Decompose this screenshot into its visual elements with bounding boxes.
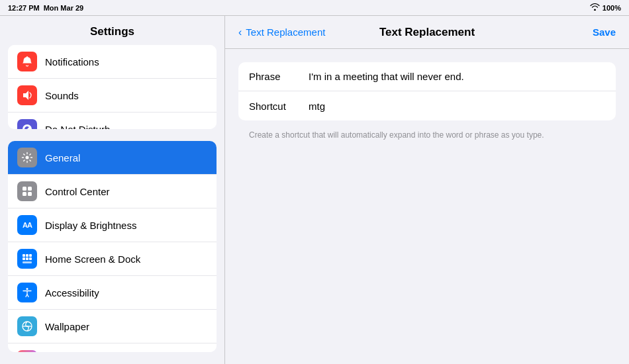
- sidebar-item-general[interactable]: General: [8, 141, 217, 175]
- phrase-label: Phrase: [249, 71, 309, 82]
- sidebar-item-controlcenter[interactable]: Control Center: [8, 175, 217, 208]
- svg-rect-14: [26, 257, 28, 260]
- dnd-icon: [17, 119, 37, 129]
- sounds-label: Sounds: [45, 90, 79, 101]
- svg-point-5: [26, 156, 29, 159]
- sidebar-title: Settings: [0, 16, 224, 45]
- shortcut-row: Shortcut mtg: [238, 91, 616, 120]
- sidebar-item-wallpaper[interactable]: Wallpaper: [8, 310, 217, 343]
- sounds-icon: [17, 85, 37, 105]
- svg-rect-12: [29, 254, 32, 257]
- accessibility-label: Accessibility: [45, 287, 99, 298]
- status-bar-left: 12:27 PM Mon Mar 29: [8, 4, 83, 12]
- status-bar: 12:27 PM Mon Mar 29 100%: [0, 0, 629, 16]
- controlcenter-icon: [17, 181, 37, 201]
- content-header: ‹ Text Replacement Text Replacement Save: [225, 16, 629, 49]
- header-row: ‹ Text Replacement Text Replacement Save: [238, 26, 616, 38]
- status-date: Mon Mar 29: [44, 4, 84, 12]
- svg-rect-13: [23, 257, 25, 260]
- sidebar-item-sounds[interactable]: Sounds: [8, 79, 217, 113]
- sidebar-item-notifications[interactable]: Notifications: [8, 45, 217, 79]
- svg-point-17: [26, 288, 28, 290]
- controlcenter-label: Control Center: [45, 186, 110, 197]
- save-button[interactable]: Save: [593, 26, 616, 38]
- settings-group-1: Notifications Sounds Do: [8, 45, 217, 129]
- text-replacement-card: Phrase I'm in a meeting that will never …: [238, 62, 616, 120]
- display-icon: AA: [17, 215, 37, 235]
- display-label: Display & Brightness: [45, 220, 136, 231]
- form-area: Phrase I'm in a meeting that will never …: [225, 49, 629, 159]
- wifi-icon: [590, 3, 600, 12]
- sidebar: Settings Notifications: [0, 16, 225, 364]
- sidebar-item-display[interactable]: AA Display & Brightness: [8, 208, 217, 242]
- svg-rect-16: [23, 261, 32, 263]
- app-container: Settings Notifications: [0, 16, 629, 364]
- dnd-label: Do Not Disturb: [45, 124, 110, 130]
- svg-rect-8: [23, 192, 26, 196]
- battery-status: 100%: [603, 4, 621, 12]
- sidebar-item-dnd[interactable]: Do Not Disturb: [8, 113, 217, 129]
- shortcut-label: Shortcut: [249, 101, 309, 112]
- homescreen-label: Home Screen & Dock: [45, 253, 140, 265]
- settings-group-2: General Control Center AA Display & Brig…: [8, 141, 217, 352]
- status-time: 12:27 PM: [8, 4, 40, 12]
- accessibility-icon: [17, 283, 37, 302]
- hint-text: Create a shortcut that will automaticall…: [238, 127, 616, 146]
- general-icon: [17, 148, 37, 167]
- notifications-label: Notifications: [45, 56, 99, 68]
- shortcut-value[interactable]: mtg: [309, 101, 605, 112]
- wallpaper-label: Wallpaper: [45, 321, 89, 332]
- sidebar-item-accessibility[interactable]: Accessibility: [8, 276, 217, 310]
- svg-rect-6: [23, 187, 26, 191]
- main-content: ‹ Text Replacement Text Replacement Save…: [225, 16, 629, 364]
- svg-rect-11: [26, 254, 28, 257]
- svg-rect-7: [28, 187, 32, 191]
- back-button[interactable]: ‹ Text Replacement: [238, 26, 325, 38]
- phrase-value[interactable]: I'm in a meeting that will never end.: [309, 71, 605, 82]
- back-chevron-icon: ‹: [238, 26, 242, 38]
- siri-icon: [17, 350, 37, 352]
- back-label: Text Replacement: [246, 26, 325, 38]
- sidebar-item-siri[interactable]: Siri & Search: [8, 343, 217, 352]
- header-title: Text Replacement: [379, 26, 475, 39]
- svg-rect-15: [29, 257, 32, 260]
- wallpaper-icon: [17, 316, 37, 336]
- homescreen-icon: [17, 249, 37, 269]
- svg-rect-9: [28, 192, 32, 196]
- svg-rect-10: [23, 254, 25, 257]
- svg-marker-1: [23, 91, 28, 100]
- phrase-row: Phrase I'm in a meeting that will never …: [238, 62, 616, 91]
- sidebar-item-homescreen[interactable]: Home Screen & Dock: [8, 242, 217, 276]
- status-bar-right: 100%: [590, 3, 621, 12]
- general-label: General: [45, 152, 80, 163]
- notifications-icon: [17, 52, 37, 71]
